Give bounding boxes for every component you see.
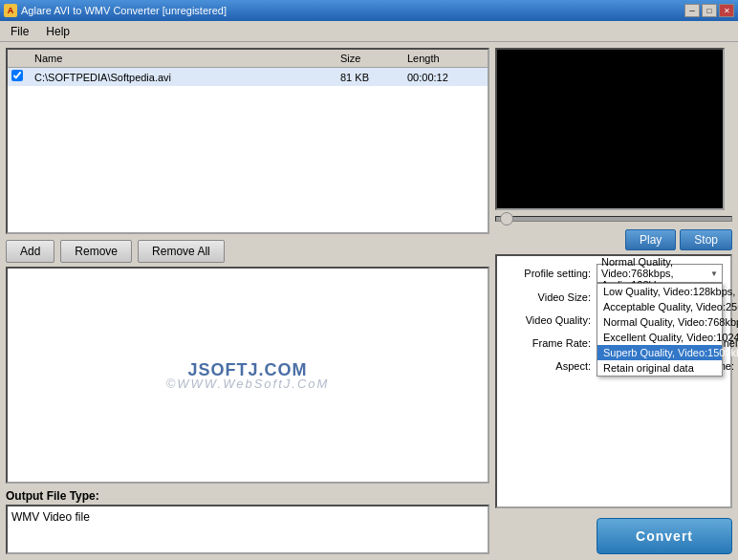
col-length-header: Length — [407, 53, 440, 64]
file-table-header: Name Size Length — [8, 50, 488, 68]
promo-area: JSOFTJ.COM ©WWW.WebSoftJ.CoM — [6, 267, 489, 484]
menu-file[interactable]: File — [2, 22, 37, 41]
profile-row: Profile setting: Normal Quality, Video:7… — [505, 264, 723, 283]
row-filelength: 00:00:12 — [407, 72, 484, 83]
seek-bar-container — [495, 216, 732, 222]
window-title: Aglare AVI to WMV Converter [unregistere… — [21, 5, 227, 16]
row-filesize: 81 KB — [340, 72, 407, 83]
action-buttons: Add Remove Remove All — [6, 240, 489, 263]
stop-button[interactable]: Stop — [680, 229, 732, 250]
aspect-label: Aspect: — [505, 360, 591, 372]
col-size-header: Size — [340, 53, 360, 64]
profile-option-5[interactable]: Retain original data — [597, 360, 722, 376]
minimize-button[interactable]: ─ — [684, 4, 700, 17]
window-controls: ─ □ ✕ — [684, 4, 734, 17]
col-name-header: Name — [34, 53, 62, 64]
main-content: Name Size Length C:\SOFTPEDIA\Softpedia.… — [0, 42, 738, 560]
app-icon: A — [4, 4, 17, 17]
videoquality-label: Video Quality: — [505, 314, 591, 326]
menu-bar: File Help — [0, 21, 738, 42]
promo-sub-text: ©WWW.WebSoftJ.CoM — [166, 377, 330, 391]
title-bar: A Aglare AVI to WMV Converter [unregiste… — [0, 0, 738, 21]
table-row[interactable]: C:\SOFTPEDIA\Softpedia.avi 81 KB 00:00:1… — [8, 68, 488, 86]
menu-help[interactable]: Help — [37, 22, 78, 41]
profile-option-0[interactable]: Low Quality, Video:128kbps, Audio:48kbps — [597, 284, 722, 299]
remove-all-button[interactable]: Remove All — [138, 240, 225, 263]
profile-dropdown[interactable]: Normal Quality, Video:768kbps, Audio:128… — [597, 264, 723, 283]
convert-button[interactable]: Convert — [597, 518, 732, 554]
add-button[interactable]: Add — [6, 240, 54, 263]
row-checkbox[interactable] — [11, 70, 23, 81]
output-type-label: Output File Type: — [6, 489, 489, 503]
seek-thumb[interactable] — [500, 212, 513, 226]
profile-option-3[interactable]: Excellent Quality, Video:1024kbps, Audio… — [597, 330, 722, 345]
videosize-label: Video Size: — [505, 291, 591, 303]
playback-buttons: Play Stop — [495, 229, 732, 250]
profile-option-1[interactable]: Acceptable Quality, Video:256kbps, Audio… — [597, 299, 722, 314]
right-panel: Play Stop Profile setting: Normal Qualit… — [495, 48, 732, 554]
file-table: Name Size Length C:\SOFTPEDIA\Softpedia.… — [6, 48, 489, 234]
output-type-list: WMV Video file — [6, 505, 489, 554]
convert-section: Convert — [495, 518, 732, 554]
maximize-button[interactable]: □ — [702, 4, 717, 17]
play-button[interactable]: Play — [625, 229, 676, 250]
framerate-label: Frame Rate: — [505, 337, 591, 349]
profile-option-4[interactable]: Superb Quality, Video:1500kbps, Audio:22… — [597, 345, 722, 360]
profile-selected[interactable]: Normal Quality, Video:768kbps, Audio:128… — [597, 264, 723, 283]
profile-dropdown-list: Low Quality, Video:128kbps, Audio:48kbps… — [597, 283, 723, 377]
video-preview — [495, 48, 725, 210]
output-type-item[interactable]: WMV Video file — [11, 510, 484, 524]
settings-panel: Profile setting: Normal Quality, Video:7… — [495, 254, 732, 508]
seek-slider[interactable] — [495, 216, 732, 222]
output-section: Output File Type: WMV Video file — [6, 489, 489, 554]
remove-button[interactable]: Remove — [60, 240, 132, 263]
profile-label: Profile setting: — [505, 268, 591, 279]
dropdown-arrow-icon: ▼ — [710, 269, 718, 278]
close-button[interactable]: ✕ — [719, 4, 734, 17]
left-panel: Name Size Length C:\SOFTPEDIA\Softpedia.… — [6, 48, 489, 554]
row-filename: C:\SOFTPEDIA\Softpedia.avi — [34, 72, 340, 83]
profile-option-2[interactable]: Normal Quality, Video:768kbps, Audio:128… — [597, 314, 722, 330]
